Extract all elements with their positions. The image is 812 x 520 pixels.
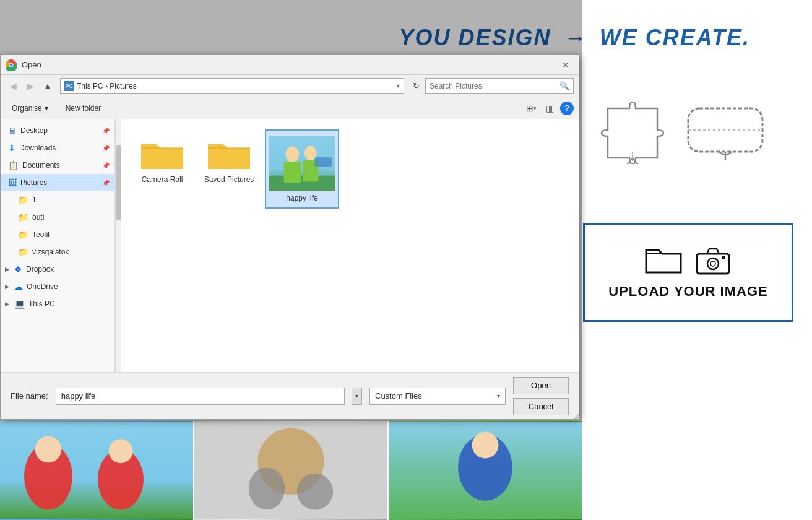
- sidebar-item-1[interactable]: 📁 1: [1, 191, 114, 209]
- sidebar-label-thispc: This PC: [28, 300, 55, 308]
- sketch-pillow-icon: [682, 99, 769, 161]
- camera-upload-icon: [694, 245, 732, 276]
- folder-teofil-icon: 📁: [18, 230, 28, 240]
- dialog-content: Camera Roll Saved Pictures: [121, 119, 579, 372]
- svg-point-7: [710, 261, 715, 266]
- saved-pictures-label: Saved Pictures: [204, 175, 254, 185]
- sidebar-scrollbar-thumb: [116, 145, 121, 220]
- sidebar-item-outl[interactable]: 📁 outl: [1, 209, 114, 226]
- dialog-titlebar: Open ✕: [1, 55, 579, 75]
- address-icon-label: PC: [66, 83, 74, 89]
- folder-camera-roll-icon: [140, 136, 184, 173]
- sidebar-label-desktop: Desktop: [20, 126, 48, 135]
- address-bar[interactable]: PC This PC › Pictures ▾: [60, 78, 404, 94]
- svg-point-17: [297, 474, 334, 510]
- svg-point-26: [286, 147, 300, 163]
- downloads-pin-icon: 📌: [102, 145, 110, 152]
- sidebar-item-teofil[interactable]: 📁 Teofil: [1, 226, 114, 243]
- search-bar[interactable]: 🔍: [425, 78, 574, 94]
- filetype-dropdown-arrow: ▾: [497, 392, 500, 399]
- nav-back-button[interactable]: ◀: [6, 79, 20, 93]
- sidebar-item-thispc[interactable]: ▶ 💻 This PC: [1, 295, 114, 313]
- dialog-navbar: ◀ ▶ ▲ PC This PC › Pictures ▾ ↻ 🔍: [1, 75, 579, 97]
- onedrive-icon: ☁: [14, 282, 23, 292]
- sidebar-label-1: 1: [32, 196, 37, 204]
- svg-line-33: [578, 420, 579, 420]
- documents-pin-icon: 📌: [102, 162, 110, 169]
- dialog-action-buttons: Open Cancel: [513, 377, 569, 415]
- dialog-bottom-bar: File name: ▾ Custom Files ▾ Open Cancel: [1, 372, 579, 419]
- search-input[interactable]: [430, 82, 557, 90]
- nav-forward-button[interactable]: ▶: [23, 79, 38, 93]
- sidebar-item-documents[interactable]: 📋 Documents 📌: [1, 157, 114, 174]
- svg-point-13: [109, 439, 133, 463]
- filename-dropdown-button[interactable]: ▾: [352, 388, 362, 405]
- photo-2: [194, 421, 387, 520]
- organise-button[interactable]: Organise ▾: [6, 100, 54, 116]
- sidebar-label-vizsgalatok: vizsgalatok: [32, 248, 69, 256]
- onedrive-expander: ▶: [3, 283, 11, 290]
- sidebar-label-outl: outl: [32, 213, 44, 222]
- resize-grip[interactable]: [571, 412, 579, 419]
- cancel-button[interactable]: Cancel: [513, 398, 569, 415]
- address-pc-icon: PC: [64, 81, 74, 91]
- toolbar-right: ⊞ ▾ ▥ ?: [523, 100, 574, 116]
- pane-button[interactable]: ▥: [542, 100, 558, 116]
- svg-point-23: [10, 63, 13, 66]
- photo-1: [0, 421, 193, 520]
- sidebar-scrollbar[interactable]: [115, 119, 121, 372]
- folder-outl-icon: 📁: [18, 212, 28, 222]
- open-button[interactable]: Open: [513, 377, 569, 394]
- happy-life-thumbnail: [269, 136, 335, 191]
- refresh-button[interactable]: ↻: [409, 79, 423, 93]
- dialog-close-button[interactable]: ✕: [558, 57, 574, 73]
- folder-upload-icon: [645, 245, 682, 276]
- search-icon[interactable]: 🔍: [559, 81, 569, 90]
- dialog-title: Open: [22, 60, 558, 69]
- svg-rect-30: [315, 157, 332, 167]
- filename-label: File name:: [11, 391, 48, 401]
- svg-point-20: [472, 432, 499, 459]
- filetype-select[interactable]: Custom Files ▾: [369, 388, 506, 405]
- chrome-icon: [6, 59, 17, 71]
- upload-box[interactable]: UPLOAD YOUR IMAGE: [583, 223, 793, 322]
- sidebar-item-pictures[interactable]: 🖼 Pictures 📌: [1, 174, 114, 191]
- help-button[interactable]: ?: [560, 102, 574, 115]
- svg-rect-8: [722, 256, 725, 259]
- downloads-icon: ⬇: [8, 143, 15, 153]
- thispc-icon: 💻: [14, 299, 25, 309]
- sidebar-item-dropbox[interactable]: ▶ ❖ Dropbox: [1, 261, 114, 278]
- sidebar-item-downloads[interactable]: ⬇ Downloads 📌: [1, 139, 114, 157]
- nav-up-button[interactable]: ▲: [40, 79, 55, 93]
- sidebar-label-dropbox: Dropbox: [26, 265, 54, 274]
- dialog-body: 🖥 Desktop 📌 ⬇ Downloads 📌 📋 Documents 📌 …: [1, 119, 579, 372]
- folder-vizsgalatok-icon: 📁: [18, 247, 28, 257]
- documents-icon: 📋: [8, 160, 19, 170]
- photo-item-happy-life[interactable]: happy life: [265, 129, 339, 209]
- filetype-value: Custom Files: [375, 391, 422, 401]
- desktop-pin-icon: 📌: [102, 128, 110, 134]
- sidebar-item-vizsgalatok[interactable]: 📁 vizsgalatok: [1, 243, 114, 261]
- sidebar-item-desktop[interactable]: 🖥 Desktop 📌: [1, 122, 114, 139]
- filename-input[interactable]: [56, 388, 345, 405]
- svg-point-16: [249, 467, 285, 509]
- file-open-dialog: Open ✕ ◀ ▶ ▲ PC This PC › Pictures ▾ ↻ 🔍…: [0, 54, 579, 420]
- bottom-photos: [0, 421, 582, 520]
- photo-3: [389, 421, 582, 520]
- svg-point-12: [35, 436, 62, 462]
- desktop-icon: 🖥: [8, 126, 17, 136]
- svg-rect-27: [284, 162, 301, 183]
- sidebar-item-onedrive[interactable]: ▶ ☁ OneDrive: [1, 278, 114, 295]
- dialog-toolbar: Organise ▾ New folder ⊞ ▾ ▥ ?: [1, 97, 579, 119]
- folder-item-saved-pictures[interactable]: Saved Pictures: [198, 129, 260, 209]
- new-folder-button[interactable]: New folder: [59, 100, 107, 116]
- dialog-sidebar: 🖥 Desktop 📌 ⬇ Downloads 📌 📋 Documents 📌 …: [1, 119, 115, 372]
- folder-1-icon: 📁: [18, 195, 28, 205]
- pictures-pin-icon: 📌: [102, 180, 110, 186]
- sidebar-label-downloads: Downloads: [19, 144, 56, 152]
- address-dropdown-icon[interactable]: ▾: [397, 82, 400, 89]
- folder-item-camera-roll[interactable]: Camera Roll: [131, 129, 193, 209]
- sidebar-label-onedrive: OneDrive: [27, 282, 58, 291]
- dropbox-expander: ▶: [3, 266, 11, 273]
- view-mode-button[interactable]: ⊞ ▾: [523, 100, 539, 116]
